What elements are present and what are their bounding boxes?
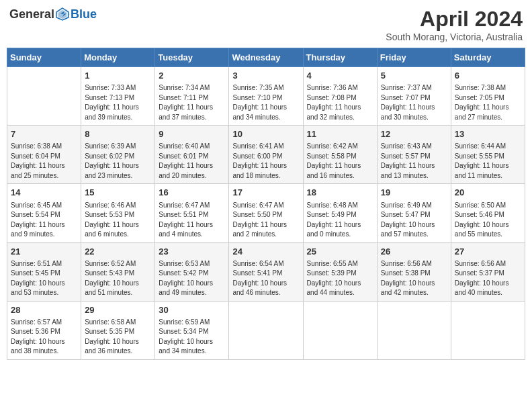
day-number: 30: [159, 304, 225, 316]
calendar-cell: 6Sunrise: 7:38 AMSunset: 7:05 PMDaylight…: [451, 67, 525, 126]
day-info: Sunrise: 6:44 AMSunset: 5:55 PMDaylight:…: [455, 142, 521, 181]
calendar-week-row: 21Sunrise: 6:51 AMSunset: 5:45 PMDayligh…: [7, 242, 525, 301]
calendar-cell: 18Sunrise: 6:48 AMSunset: 5:49 PMDayligh…: [303, 184, 377, 242]
logo-general: General: [9, 7, 54, 21]
day-info: Sunrise: 7:33 AMSunset: 7:13 PMDaylight:…: [85, 83, 151, 122]
calendar-cell: 22Sunrise: 6:52 AMSunset: 5:43 PMDayligh…: [81, 242, 155, 301]
day-info: Sunrise: 6:38 AMSunset: 6:04 PMDaylight:…: [11, 142, 77, 181]
calendar-cell: 25Sunrise: 6:55 AMSunset: 5:39 PMDayligh…: [303, 242, 377, 301]
day-header-tuesday: Tuesday: [155, 48, 229, 67]
day-info: Sunrise: 6:49 AMSunset: 5:47 PMDaylight:…: [381, 201, 447, 240]
day-number: 11: [307, 128, 373, 140]
day-info: Sunrise: 7:38 AMSunset: 7:05 PMDaylight:…: [455, 83, 521, 122]
calendar-cell: 12Sunrise: 6:43 AMSunset: 5:57 PMDayligh…: [377, 126, 451, 184]
calendar-cell: 15Sunrise: 6:46 AMSunset: 5:53 PMDayligh…: [81, 184, 155, 242]
day-number: 9: [159, 128, 225, 140]
day-info: Sunrise: 6:51 AMSunset: 5:45 PMDaylight:…: [11, 259, 77, 298]
day-info: Sunrise: 6:50 AMSunset: 5:46 PMDaylight:…: [455, 201, 521, 240]
calendar-cell: 27Sunrise: 6:56 AMSunset: 5:37 PMDayligh…: [451, 242, 525, 301]
calendar-cell: 7Sunrise: 6:38 AMSunset: 6:04 PMDaylight…: [7, 126, 81, 184]
day-info: Sunrise: 6:58 AMSunset: 5:35 PMDaylight:…: [85, 318, 151, 357]
day-header-thursday: Thursday: [303, 48, 377, 67]
day-number: 21: [11, 246, 77, 258]
day-info: Sunrise: 6:55 AMSunset: 5:39 PMDaylight:…: [307, 259, 373, 298]
calendar-cell: 21Sunrise: 6:51 AMSunset: 5:45 PMDayligh…: [7, 242, 81, 301]
calendar-cell: 17Sunrise: 6:47 AMSunset: 5:50 PMDayligh…: [229, 184, 303, 242]
day-info: Sunrise: 6:40 AMSunset: 6:01 PMDaylight:…: [159, 142, 225, 181]
day-info: Sunrise: 7:35 AMSunset: 7:10 PMDaylight:…: [232, 83, 299, 122]
day-number: 8: [85, 128, 151, 140]
day-number: 6: [455, 70, 521, 82]
day-info: Sunrise: 7:36 AMSunset: 7:08 PMDaylight:…: [307, 83, 373, 122]
day-header-sunday: Sunday: [7, 48, 81, 67]
calendar-cell: 2Sunrise: 7:34 AMSunset: 7:11 PMDaylight…: [155, 67, 229, 126]
calendar-header-row: SundayMondayTuesdayWednesdayThursdayFrid…: [7, 48, 525, 67]
calendar-week-row: 28Sunrise: 6:57 AMSunset: 5:36 PMDayligh…: [7, 301, 525, 359]
calendar-cell: [377, 301, 451, 359]
calendar-cell: 23Sunrise: 6:53 AMSunset: 5:42 PMDayligh…: [155, 242, 229, 301]
day-info: Sunrise: 7:37 AMSunset: 7:07 PMDaylight:…: [381, 83, 447, 122]
day-info: Sunrise: 6:53 AMSunset: 5:42 PMDaylight:…: [159, 259, 225, 298]
day-info: Sunrise: 6:54 AMSunset: 5:41 PMDaylight:…: [232, 259, 299, 298]
day-info: Sunrise: 6:39 AMSunset: 6:02 PMDaylight:…: [85, 142, 151, 181]
calendar-cell: [451, 301, 525, 359]
day-info: Sunrise: 7:34 AMSunset: 7:11 PMDaylight:…: [159, 83, 225, 122]
calendar-cell: 11Sunrise: 6:42 AMSunset: 5:58 PMDayligh…: [303, 126, 377, 184]
day-info: Sunrise: 6:47 AMSunset: 5:50 PMDaylight:…: [232, 201, 299, 240]
calendar-cell: [229, 301, 303, 359]
day-info: Sunrise: 6:42 AMSunset: 5:58 PMDaylight:…: [307, 142, 373, 181]
month-title: April 2024: [386, 7, 523, 32]
calendar-cell: 26Sunrise: 6:56 AMSunset: 5:38 PMDayligh…: [377, 242, 451, 301]
day-info: Sunrise: 6:45 AMSunset: 5:54 PMDaylight:…: [11, 201, 77, 240]
calendar-cell: 1Sunrise: 7:33 AMSunset: 7:13 PMDaylight…: [81, 67, 155, 126]
calendar-table: SundayMondayTuesdayWednesdayThursdayFrid…: [7, 48, 525, 360]
day-number: 22: [85, 246, 151, 258]
day-number: 10: [232, 128, 299, 140]
location: South Morang, Victoria, Australia: [386, 32, 523, 42]
day-number: 17: [232, 187, 299, 199]
day-info: Sunrise: 6:47 AMSunset: 5:51 PMDaylight:…: [159, 201, 225, 240]
day-info: Sunrise: 6:57 AMSunset: 5:36 PMDaylight:…: [11, 318, 77, 357]
calendar-cell: [7, 67, 81, 126]
calendar-week-row: 7Sunrise: 6:38 AMSunset: 6:04 PMDaylight…: [7, 126, 525, 184]
calendar-cell: 28Sunrise: 6:57 AMSunset: 5:36 PMDayligh…: [7, 301, 81, 359]
day-info: Sunrise: 6:43 AMSunset: 5:57 PMDaylight:…: [381, 142, 447, 181]
day-number: 3: [232, 70, 299, 82]
day-number: 4: [307, 70, 373, 82]
day-info: Sunrise: 6:46 AMSunset: 5:53 PMDaylight:…: [85, 201, 151, 240]
day-number: 14: [11, 187, 77, 199]
day-number: 13: [455, 128, 521, 140]
day-info: Sunrise: 6:48 AMSunset: 5:49 PMDaylight:…: [307, 201, 373, 240]
day-info: Sunrise: 6:56 AMSunset: 5:38 PMDaylight:…: [381, 259, 447, 298]
day-number: 1: [85, 70, 151, 82]
day-number: 23: [159, 246, 225, 258]
logo-icon: [55, 7, 70, 21]
logo-block: General Blue: [9, 7, 97, 21]
calendar-cell: 16Sunrise: 6:47 AMSunset: 5:51 PMDayligh…: [155, 184, 229, 242]
day-number: 5: [381, 70, 447, 82]
day-number: 29: [85, 304, 151, 316]
page-header: General Blue April 2024 South Morang, Vi…: [7, 7, 525, 42]
day-number: 25: [307, 246, 373, 258]
calendar-cell: 10Sunrise: 6:41 AMSunset: 6:00 PMDayligh…: [229, 126, 303, 184]
day-header-monday: Monday: [81, 48, 155, 67]
day-info: Sunrise: 6:59 AMSunset: 5:34 PMDaylight:…: [159, 318, 225, 357]
day-info: Sunrise: 6:41 AMSunset: 6:00 PMDaylight:…: [232, 142, 299, 181]
day-number: 12: [381, 128, 447, 140]
calendar-cell: 19Sunrise: 6:49 AMSunset: 5:47 PMDayligh…: [377, 184, 451, 242]
logo-blue: Blue: [71, 7, 97, 21]
title-block: April 2024 South Morang, Victoria, Austr…: [386, 7, 523, 42]
day-number: 27: [455, 246, 521, 258]
calendar-cell: 14Sunrise: 6:45 AMSunset: 5:54 PMDayligh…: [7, 184, 81, 242]
calendar-cell: 8Sunrise: 6:39 AMSunset: 6:02 PMDaylight…: [81, 126, 155, 184]
calendar-cell: 5Sunrise: 7:37 AMSunset: 7:07 PMDaylight…: [377, 67, 451, 126]
logo: General Blue: [9, 7, 97, 21]
day-number: 24: [232, 246, 299, 258]
day-number: 18: [307, 187, 373, 199]
day-number: 28: [11, 304, 77, 316]
calendar-cell: 20Sunrise: 6:50 AMSunset: 5:46 PMDayligh…: [451, 184, 525, 242]
calendar-cell: 30Sunrise: 6:59 AMSunset: 5:34 PMDayligh…: [155, 301, 229, 359]
calendar-cell: [303, 301, 377, 359]
calendar-cell: 3Sunrise: 7:35 AMSunset: 7:10 PMDaylight…: [229, 67, 303, 126]
calendar-cell: 24Sunrise: 6:54 AMSunset: 5:41 PMDayligh…: [229, 242, 303, 301]
